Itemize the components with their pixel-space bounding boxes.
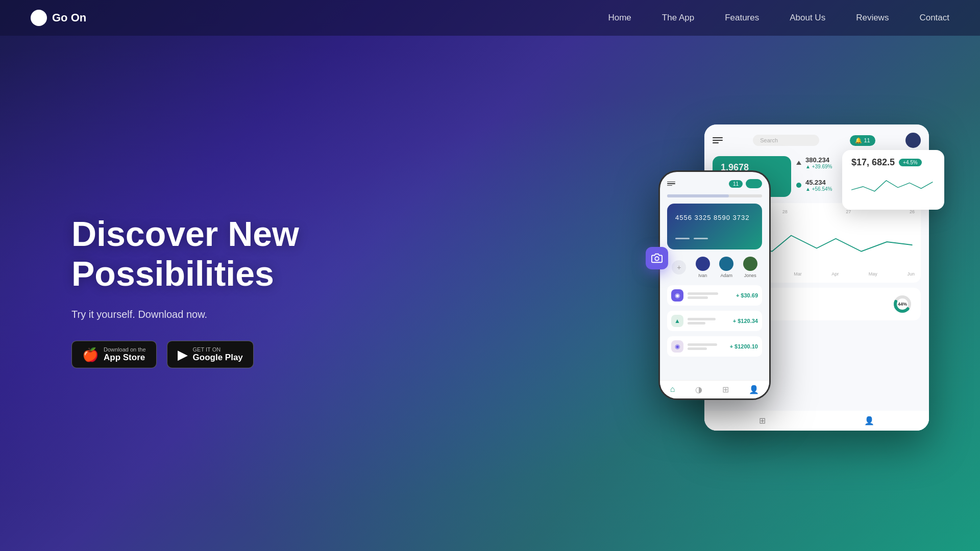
phone-hamburger-icon <box>667 182 675 186</box>
phone-progress-bar <box>667 194 762 197</box>
transaction-item-2: ▲ + $120.34 <box>667 311 762 331</box>
nav-link-the-app[interactable]: The App <box>662 13 694 22</box>
store-buttons: 🍎 Download on the App Store ▶ GET IT ON … <box>71 341 299 368</box>
donut-chart: 44% <box>892 294 913 314</box>
mockup-container: Search 🔔11 1.9678 ▲ +12.5% <box>674 104 939 461</box>
price-chart-card: $17, 682.5 +4.5% <box>842 150 944 210</box>
tablet-notification-badge: 🔔11 <box>850 135 875 146</box>
phone-nav-home-icon[interactable]: ⌂ <box>670 385 675 394</box>
price-chart-svg <box>851 170 935 201</box>
app-store-button[interactable]: 🍎 Download on the App Store <box>71 341 157 368</box>
hero-headline: Discover New Possibilities <box>71 214 299 293</box>
trans-icon-3: ◉ <box>671 340 683 353</box>
contact-jones: Jones <box>743 257 757 278</box>
trans-icon-2: ▲ <box>671 315 683 327</box>
hero-subtext: Try it yourself. Download now. <box>71 309 299 320</box>
nav-link-home[interactable]: Home <box>608 13 631 22</box>
tablet-hamburger-icon <box>713 137 723 143</box>
app-store-text: Download on the App Store <box>104 346 146 363</box>
contact-adam: Adam <box>719 257 733 278</box>
trans-icon-1: ◉ <box>671 289 683 302</box>
google-play-text: GET IT ON Google Play <box>193 346 243 363</box>
nav-link-features[interactable]: Features <box>725 13 759 22</box>
camera-icon <box>651 253 663 264</box>
brand-name: Go On <box>52 11 86 24</box>
add-contact-button[interactable]: + <box>672 260 686 274</box>
transaction-item-1: ◉ + $30.69 <box>667 285 762 306</box>
google-play-button[interactable]: ▶ GET IT ON Google Play <box>167 341 254 368</box>
transaction-item-3: ◉ + $1200.10 <box>667 336 762 357</box>
credit-card: 4556 3325 8590 3732 <box>667 204 762 249</box>
contact-ivan: Ivan <box>696 257 710 278</box>
nav-links: Home The App Features About Us Reviews C… <box>608 13 949 23</box>
tablet-avatar <box>905 133 921 148</box>
triangle-icon <box>796 161 801 165</box>
apple-icon: 🍎 <box>82 347 99 363</box>
phone-mockup: 11 4556 3325 8590 3732 + <box>658 170 771 400</box>
logo-symbol: ◑ <box>36 14 42 22</box>
navbar: ◑ Go On Home The App Features About Us R… <box>0 0 980 36</box>
phone-nav-grid-icon[interactable]: ⊞ <box>722 385 729 394</box>
floating-camera-icon[interactable] <box>646 247 668 269</box>
contacts-row: + Ivan Adam Jones <box>667 257 762 278</box>
phone-notification-badge: 11 <box>729 180 743 188</box>
phone-nav-chart-icon[interactable]: ◑ <box>695 385 702 394</box>
nav-link-contact[interactable]: Contact <box>919 13 949 22</box>
logo[interactable]: ◑ Go On <box>31 10 86 26</box>
logo-icon: ◑ <box>31 10 47 26</box>
google-play-icon: ▶ <box>178 347 188 363</box>
svg-point-2 <box>655 257 658 260</box>
green-dot-icon <box>796 183 801 188</box>
nav-link-about-us[interactable]: About Us <box>790 13 825 22</box>
tablet-bottom-nav: ⊞ 👤 <box>704 411 929 431</box>
phone-nav-profile-icon[interactable]: 👤 <box>749 385 759 394</box>
tablet-search: Search <box>753 135 819 146</box>
phone-bottom-nav: ⌂ ◑ ⊞ 👤 <box>660 380 769 398</box>
nav-link-reviews[interactable]: Reviews <box>856 13 889 22</box>
hero-text: Discover New Possibilities Try it yourse… <box>71 214 299 368</box>
phone-toggle[interactable] <box>746 179 762 188</box>
